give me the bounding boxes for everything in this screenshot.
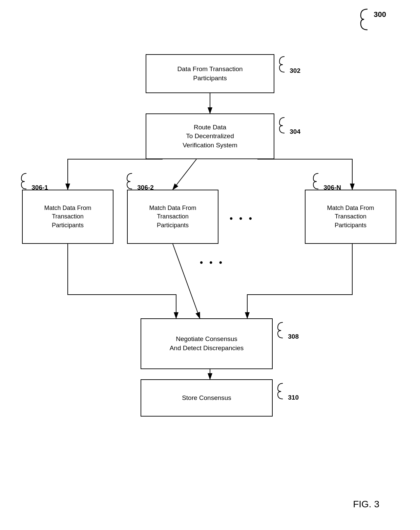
- svg-line-2: [173, 159, 196, 190]
- box-310: Store Consensus: [141, 379, 273, 417]
- box-306-1: Match Data FromTransactionParticipants: [22, 190, 113, 244]
- diagram-ref-300: 300: [374, 10, 386, 19]
- box-306-2: Match Data FromTransactionParticipants: [127, 190, 218, 244]
- box-306-N: Match Data FromTransactionParticipants: [305, 190, 396, 244]
- svg-line-3: [173, 244, 200, 318]
- ref-306-2: 306-2: [125, 173, 154, 191]
- ref-310: 310: [276, 383, 299, 401]
- ref-306-N: 306-N: [312, 173, 341, 191]
- ref-304: 304: [278, 117, 300, 135]
- vertical-dots: • • •: [200, 257, 224, 268]
- ref-302: 302: [278, 56, 300, 75]
- ref-308: 308: [276, 322, 299, 340]
- ref-306-1: 306-1: [20, 173, 48, 191]
- horizontal-dots: • • •: [230, 213, 254, 224]
- box-302: Data From TransactionParticipants: [146, 54, 274, 93]
- box-308: Negotiate ConsensusAnd Detect Discrepanc…: [141, 318, 273, 369]
- brace-icon: [357, 8, 371, 30]
- figure-label: FIG. 3: [353, 499, 379, 510]
- box-304: Route DataTo DecentralizedVerification S…: [146, 113, 274, 159]
